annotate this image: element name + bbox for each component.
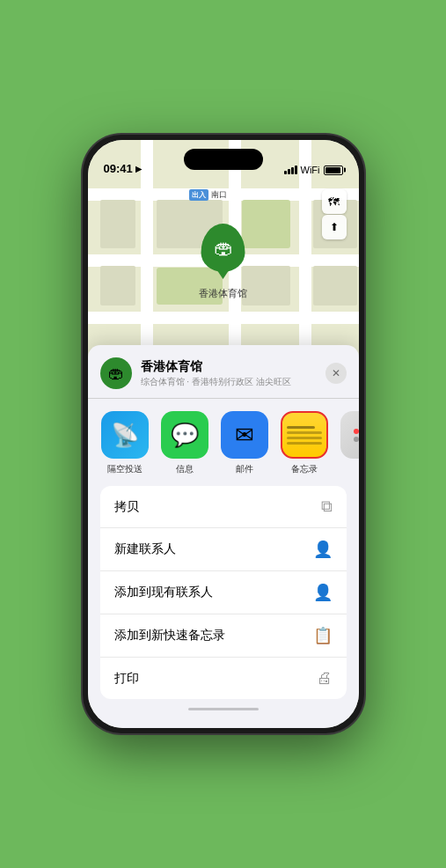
action-list: 拷贝 ⧉ 新建联系人 👤 添加到现有联系人 👤 添加到新快速备忘录 📋 打印: [100, 486, 347, 699]
map-controls: 🗺 ⬆: [322, 189, 347, 239]
map-pin: 🏟: [201, 224, 245, 272]
bottom-sheet: 🏟 香港体育馆 综合体育馆 · 香港特别行政区 油尖旺区 ✕ 📡 隔空投送: [88, 345, 359, 728]
map-type-button[interactable]: 🗺: [322, 189, 347, 214]
action-print[interactable]: 打印 🖨: [100, 658, 347, 699]
share-item-notes[interactable]: 备忘录: [280, 411, 329, 475]
action-quick-notes[interactable]: 添加到新快速备忘录 📋: [100, 614, 347, 658]
location-info: 香港体育馆 综合体育馆 · 香港特别行政区 油尖旺区: [141, 359, 317, 388]
add-contact-label: 添加到现有联系人: [114, 585, 213, 600]
location-button[interactable]: ⬆: [322, 215, 347, 239]
notes-icon: [281, 411, 328, 459]
copy-label: 拷贝: [114, 499, 139, 515]
share-item-airdrop[interactable]: 📡 隔空投送: [100, 411, 150, 475]
phone-frame: 09:41 ▶ WiFi: [83, 135, 364, 733]
venue-pin-icon: 🏟: [108, 364, 124, 383]
notes-label: 备忘录: [291, 463, 318, 475]
location-icon-circle: 🏟: [100, 357, 132, 389]
share-row: 📡 隔空投送 💬 信息 ✉ 邮件: [88, 399, 359, 482]
status-time: 09:41 ▶: [104, 162, 142, 175]
copy-icon: ⧉: [321, 497, 333, 516]
action-copy[interactable]: 拷贝 ⧉: [100, 486, 347, 528]
map-type-icon: 🗺: [328, 195, 340, 209]
mail-icon: ✉: [221, 411, 268, 459]
share-item-mail[interactable]: ✉ 邮件: [220, 411, 269, 475]
location-subtitle: 综合体育馆 · 香港特别行政区 油尖旺区: [141, 376, 317, 388]
location-header: 🏟 香港体育馆 综合体育馆 · 香港特别行政区 油尖旺区 ✕: [88, 345, 359, 399]
phone-screen: 09:41 ▶ WiFi: [88, 140, 359, 728]
airdrop-label: 隔空投送: [107, 463, 143, 475]
venue-entry-label: 出入 南口: [189, 189, 227, 201]
new-contact-label: 新建联系人: [114, 541, 176, 557]
share-item-messages[interactable]: 💬 信息: [160, 411, 209, 475]
venue-label-text: 南口: [211, 189, 227, 201]
battery-icon: [324, 166, 343, 175]
location-name: 香港体育馆: [141, 359, 317, 375]
messages-label: 信息: [176, 463, 194, 475]
status-icons: WiFi: [284, 165, 343, 175]
mail-label: 邮件: [236, 463, 253, 475]
print-icon: 🖨: [317, 669, 333, 688]
wifi-icon: WiFi: [301, 165, 320, 175]
print-label: 打印: [114, 671, 139, 687]
add-contact-icon: 👤: [313, 583, 333, 602]
location-icon: ⬆: [330, 221, 339, 233]
new-contact-icon: 👤: [313, 540, 333, 559]
more-icon: [340, 411, 359, 459]
home-indicator: [188, 708, 259, 710]
clock: 09:41: [104, 162, 133, 175]
quick-notes-label: 添加到新快速备忘录: [114, 628, 225, 644]
venue-badge: 出入: [189, 189, 208, 201]
close-button[interactable]: ✕: [325, 363, 347, 384]
airdrop-icon: 📡: [101, 411, 149, 459]
action-new-contact[interactable]: 新建联系人 👤: [100, 528, 347, 571]
messages-icon: 💬: [161, 411, 208, 459]
map-pin-icon: 🏟: [214, 237, 233, 260]
dynamic-island: [184, 149, 263, 170]
location-arrow-icon: ▶: [135, 165, 142, 173]
share-item-more[interactable]: 提: [340, 411, 359, 475]
map-pin-container: 🏟 香港体育馆: [199, 224, 247, 300]
venue-name-map-label: 香港体育馆: [199, 287, 247, 300]
signal-bars-icon: [284, 166, 297, 174]
action-add-contact[interactable]: 添加到现有联系人 👤: [100, 571, 347, 614]
quick-notes-icon: 📋: [313, 626, 333, 645]
